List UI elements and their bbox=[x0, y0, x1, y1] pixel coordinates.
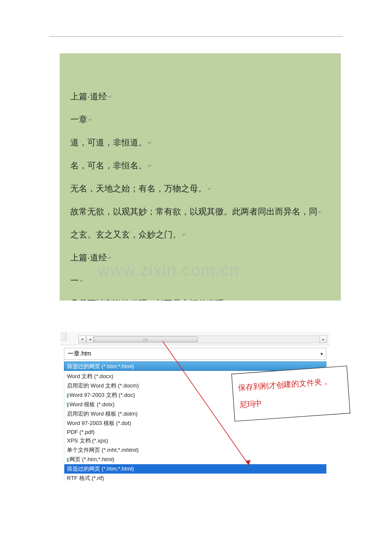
annotation-callout-box: 保存到刚才创建的文件夹， 尼玛中 bbox=[231, 366, 350, 422]
scrollbar-menu-icon[interactable]: ▾ bbox=[78, 335, 86, 343]
file-type-selected[interactable]: 筛选过的网页 (*.htm;*.html) bbox=[64, 361, 326, 371]
filename-field-row[interactable]: ▼ bbox=[64, 348, 326, 360]
doc-line: 上篇·道经 bbox=[70, 90, 332, 103]
doc-line: 凡是可以言说的道理，都不是永恒的道理。 bbox=[70, 297, 332, 301]
doc-line: 无名，天地之始；有名，万物之母。 bbox=[70, 182, 332, 195]
file-type-option[interactable]: Word 97-2003 模板 (*.dot) bbox=[64, 419, 326, 428]
doc-line: 道，可道，非恒道。 bbox=[70, 136, 332, 149]
horizontal-scrollbar[interactable]: ▾ ◂ ▸ bbox=[78, 335, 327, 343]
dialog-scroll-area: ▾ ◂ ▸ bbox=[61, 332, 330, 345]
doc-line: 故常无欲，以观其妙；常有欲，以观其徼。此两者同出而异名，同 bbox=[70, 205, 332, 218]
doc-line: 上篇·道经 bbox=[70, 251, 332, 264]
page-rule bbox=[49, 36, 343, 37]
filename-input[interactable] bbox=[64, 350, 317, 357]
doc-line: 之玄。玄之又玄，众妙之门。 bbox=[70, 228, 332, 241]
document-text-panel: 上篇·道经 一章 道，可道，非恒道。 名，可名，非恒名。 无名，天地之始；有名，… bbox=[60, 53, 341, 301]
dropdown-icon[interactable]: ▼ bbox=[317, 352, 326, 356]
doc-line: 一 bbox=[70, 274, 332, 287]
doc-line: 一章 bbox=[70, 113, 332, 126]
file-type-option[interactable]: 单个文件网页 (*.mht;*.mhtml) bbox=[64, 445, 326, 455]
doc-line: 名，可名，非恒名。 bbox=[70, 159, 332, 172]
scroll-grip-icon bbox=[144, 338, 148, 341]
panel-tab bbox=[61, 332, 66, 340]
file-type-option[interactable]: PDF (*.pdf) bbox=[64, 428, 326, 436]
file-type-option[interactable]: 网页 (*.htm;*.html) bbox=[64, 455, 326, 464]
scroll-track[interactable] bbox=[94, 335, 320, 343]
scroll-thumb[interactable] bbox=[94, 336, 198, 342]
file-type-option-highlighted[interactable]: 筛选过的网页 (*.htm;*.html) bbox=[64, 464, 326, 474]
scroll-right-button[interactable]: ▸ bbox=[320, 335, 327, 343]
file-type-option[interactable]: XPS 文档 (*.xps) bbox=[64, 436, 326, 445]
scroll-left-button[interactable]: ◂ bbox=[86, 335, 94, 343]
file-type-option[interactable]: RTF 格式 (*.rtf) bbox=[64, 474, 326, 483]
